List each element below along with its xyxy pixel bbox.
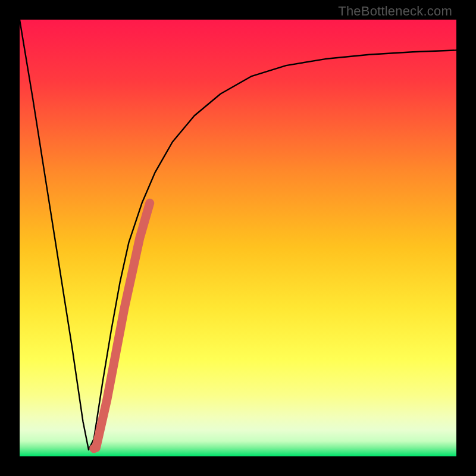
chart-svg [20, 20, 456, 456]
gradient-background [20, 20, 456, 456]
watermark-text: TheBottleneck.com [338, 4, 452, 19]
outer-black-frame: TheBottleneck.com [0, 0, 476, 476]
plot-area [20, 20, 456, 456]
